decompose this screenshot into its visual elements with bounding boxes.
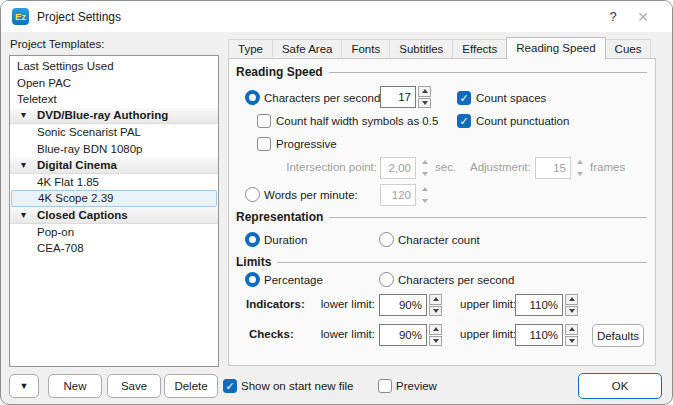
count-half-width-checkbox[interactable] <box>257 114 271 128</box>
new-button[interactable]: New <box>48 374 102 398</box>
duration-label: Duration <box>264 234 307 246</box>
check-icon: ✓ <box>459 116 468 127</box>
spin-up-button[interactable] <box>429 324 442 335</box>
tab-safe-area[interactable]: Safe Area <box>272 39 343 58</box>
check-icon: ✓ <box>459 93 468 104</box>
spin-up-icon <box>422 89 428 93</box>
words-per-minute-radio[interactable] <box>245 187 260 202</box>
preview-label: Preview <box>396 380 437 392</box>
spin-down-button[interactable] <box>565 336 578 347</box>
tab-fonts[interactable]: Fonts <box>341 39 390 58</box>
spin-up-button[interactable] <box>429 294 442 305</box>
list-item-last-settings-used[interactable]: Last Settings Used <box>10 58 218 75</box>
caret-down-icon: ▾ <box>10 107 37 124</box>
checks-label: Checks: <box>249 328 294 340</box>
group-divider <box>329 72 647 73</box>
list-item-label: 4K Scope 2.39 <box>38 192 113 204</box>
percentage-radio[interactable] <box>245 272 260 287</box>
intersection-spin-control <box>380 157 431 179</box>
spin-down-button[interactable] <box>429 306 442 317</box>
spin-down-icon <box>433 309 439 313</box>
checks-upper-input[interactable] <box>515 324 563 346</box>
spin-up-button[interactable] <box>565 324 578 335</box>
list-item-4k-scope-selected[interactable]: 4K Scope 2.39 <box>11 190 217 207</box>
tab-reading-speed[interactable]: Reading Speed <box>506 37 605 59</box>
cps-input[interactable] <box>380 86 416 108</box>
checks-lower-spin-control <box>379 324 442 346</box>
characters-per-second-radio[interactable] <box>245 90 260 105</box>
indicators-upper-spin-control <box>515 294 578 316</box>
count-punctuation-checkbox[interactable]: ✓ <box>457 114 471 128</box>
list-category-dvd-bluray[interactable]: ▾DVD/Blue-ray Authoring <box>10 108 218 125</box>
spinner-buttons <box>429 294 442 316</box>
sec-unit-label: sec. <box>435 161 456 173</box>
spin-down-button[interactable] <box>418 98 431 109</box>
character-count-radio[interactable] <box>379 232 394 247</box>
save-button[interactable]: Save <box>107 374 161 398</box>
indicators-lower-input[interactable] <box>379 294 427 316</box>
group-divider <box>277 262 647 263</box>
progressive-checkbox[interactable] <box>257 137 271 151</box>
list-item-label: CEA-708 <box>37 242 84 254</box>
spin-down-button[interactable] <box>565 306 578 317</box>
list-item-sonic-scenarist-pal[interactable]: Sonic Scenarist PAL <box>10 124 218 141</box>
tab-effects[interactable]: Effects <box>452 39 507 58</box>
ok-button[interactable]: OK <box>578 373 662 399</box>
count-spaces-checkbox[interactable]: ✓ <box>457 91 471 105</box>
help-button[interactable]: ? <box>598 5 628 29</box>
checks-lower-limit-label: lower limit: <box>315 328 375 340</box>
spin-down-button[interactable] <box>429 336 442 347</box>
character-count-label: Character count <box>398 234 480 246</box>
cps-spin-control <box>380 86 431 108</box>
tab-type[interactable]: Type <box>228 39 273 58</box>
list-item-label: Open PAC <box>17 77 71 89</box>
intersection-spinner-buttons <box>418 157 431 179</box>
list-item-4k-flat[interactable]: 4K Flat 1.85 <box>10 174 218 191</box>
group-title: Representation <box>236 210 323 224</box>
checks-lower-input[interactable] <box>379 324 427 346</box>
list-item-open-pac[interactable]: Open PAC <box>10 75 218 92</box>
project-templates-list[interactable]: Last Settings Used Open PAC Teletext ▾DV… <box>9 55 219 367</box>
tab-cues[interactable]: Cues <box>605 39 652 58</box>
list-item-bluray-bdn[interactable]: Blue-ray BDN 1080p <box>10 141 218 158</box>
spin-up-button[interactable] <box>565 294 578 305</box>
list-category-label: Closed Captions <box>37 207 128 224</box>
caret-down-icon: ▾ <box>10 157 37 174</box>
close-icon: ✕ <box>637 9 649 25</box>
defaults-button[interactable]: Defaults <box>592 324 644 347</box>
spin-down-icon <box>422 172 428 176</box>
list-item-pop-on[interactable]: Pop-on <box>10 224 218 241</box>
list-item-teletext[interactable]: Teletext <box>10 91 218 108</box>
title-bar[interactable]: Ez Project Settings ? ✕ <box>1 1 672 32</box>
project-settings-dialog: Ez Project Settings ? ✕ Project Template… <box>0 0 673 405</box>
template-menu-button[interactable]: ▼ <box>9 374 39 398</box>
limits-group-header: Limits <box>236 255 647 269</box>
wpm-spinner-buttons <box>418 184 431 206</box>
list-category-digital-cinema[interactable]: ▾Digital Cinema <box>10 157 218 174</box>
preview-checkbox[interactable] <box>378 379 392 393</box>
list-item-label: Teletext <box>17 93 57 105</box>
limits-cps-radio[interactable] <box>379 272 394 287</box>
list-item-label: 4K Flat 1.85 <box>37 176 99 188</box>
count-spaces-label: Count spaces <box>476 92 546 104</box>
list-item-cea-708[interactable]: CEA-708 <box>10 240 218 257</box>
spin-up-button <box>418 184 431 195</box>
count-punctuation-label: Count punctuation <box>476 115 569 127</box>
list-category-closed-captions[interactable]: ▾Closed Captions <box>10 207 218 224</box>
indicators-upper-input[interactable] <box>515 294 563 316</box>
spin-up-button[interactable] <box>418 86 431 97</box>
close-button[interactable]: ✕ <box>628 5 658 29</box>
spin-down-icon <box>422 199 428 203</box>
spin-down-button <box>418 196 431 207</box>
duration-radio[interactable] <box>245 232 260 247</box>
delete-button[interactable]: Delete <box>164 374 218 398</box>
spin-down-button <box>418 169 431 180</box>
show-on-start-checkbox[interactable]: ✓ <box>223 379 237 393</box>
frames-unit-label: frames <box>590 161 625 173</box>
caret-down-icon: ▾ <box>10 207 37 224</box>
spin-down-button <box>573 169 586 180</box>
tab-subtitles[interactable]: Subtitles <box>389 39 453 58</box>
list-item-label: Pop-on <box>37 226 74 238</box>
help-icon: ? <box>609 9 616 24</box>
list-item-label: Sonic Scenarist PAL <box>37 126 141 138</box>
